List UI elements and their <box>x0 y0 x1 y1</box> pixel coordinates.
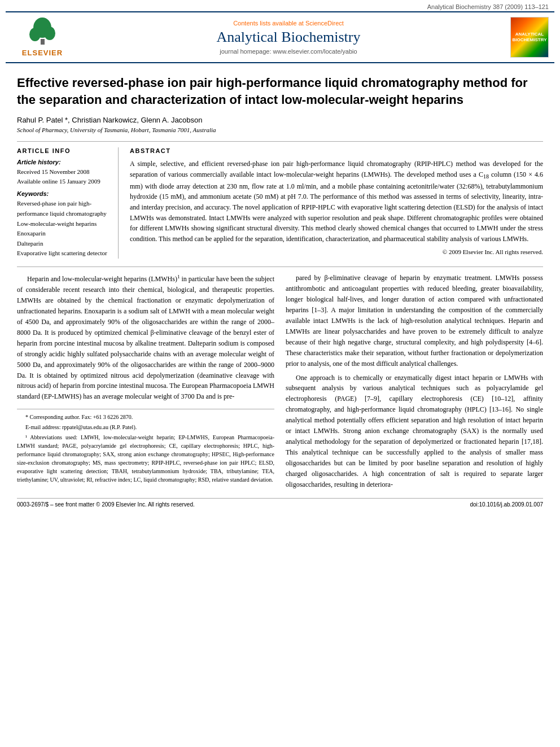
body-paragraph-3: One approach is to chemically or enzymat… <box>286 373 543 490</box>
journal-reference: Analytical Biochemistry 387 (2009) 113–1… <box>427 3 549 10</box>
footer-doi: doi:10.1016/j.ab.2009.01.007 <box>470 501 543 508</box>
article-info-label: ARTICLE INFO <box>17 147 110 154</box>
keyword-1: Reversed-phase ion pair high-performance… <box>17 199 110 219</box>
copyright-line: © 2009 Elsevier Inc. All rights reserved… <box>130 248 543 255</box>
svg-point-2 <box>29 28 41 41</box>
article-content: Effective reversed-phase ion pair high-p… <box>0 63 560 519</box>
abstract-column: ABSTRACT A simple, selective, and effici… <box>130 147 543 259</box>
keyword-4: Dalteparin <box>17 239 110 249</box>
body-column-2: pared by β-eliminative cleavage of hepar… <box>286 273 543 490</box>
elsevier-logo: ELSEVIER <box>11 18 73 57</box>
article-info-abstract-section: ARTICLE INFO Article history: Received 1… <box>17 147 543 259</box>
keyword-3: Enoxaparin <box>17 229 110 239</box>
abstract-label: ABSTRACT <box>130 147 543 154</box>
abstract-text: A simple, selective, and efficient rever… <box>130 159 543 244</box>
footnote-email: E-mail address: rppatel@utas.edu.au (R.P… <box>17 423 274 431</box>
elsevier-tree-icon <box>27 18 58 49</box>
cover-image: ANALYTICAL BIOCHEMISTRY <box>510 17 549 58</box>
received-date: Received 15 November 2008 Available onli… <box>17 167 110 186</box>
history-label: Article history: <box>17 159 110 165</box>
body-text-section: Heparin and low-molecular-weight heparin… <box>17 273 543 490</box>
footer-bar: 0003-2697/$ – see front matter © 2009 El… <box>17 498 543 508</box>
affiliation: School of Pharmacy, University of Tasman… <box>17 126 543 133</box>
body-column-1: Heparin and low-molecular-weight heparin… <box>17 273 274 490</box>
keyword-5: Evaporative light scattering detector <box>17 248 110 259</box>
divider-body <box>17 267 543 267</box>
svg-point-3 <box>44 27 55 40</box>
footnote-star: * Corresponding author. Fax: +61 3 6226 … <box>17 413 274 421</box>
article-title: Effective reversed-phase ion pair high-p… <box>17 75 543 108</box>
divider-top <box>17 141 543 142</box>
keywords-label: Keywords: <box>17 190 110 197</box>
body-paragraph-1: Heparin and low-molecular-weight heparin… <box>17 273 274 402</box>
article-info-column: ARTICLE INFO Article history: Received 1… <box>17 147 119 259</box>
journal-cover: ANALYTICAL BIOCHEMISTRY <box>504 17 549 58</box>
sciencedirect-link: Contents lists available at ScienceDirec… <box>73 20 504 27</box>
footnotes-area: * Corresponding author. Fax: +61 3 6226 … <box>17 409 274 484</box>
article-authors: Rahul P. Patel *, Christian Narkowicz, G… <box>17 116 543 124</box>
sciencedirect-name[interactable]: ScienceDirect <box>305 20 344 27</box>
journal-ref-bar: Analytical Biochemistry 387 (2009) 113–1… <box>0 0 560 11</box>
keywords-list: Reversed-phase ion pair high-performance… <box>17 199 110 259</box>
page-container: Analytical Biochemistry 387 (2009) 113–1… <box>0 0 560 747</box>
footnote-1: ¹ Abbreviations used: LMWH, low-molecula… <box>17 433 274 484</box>
journal-homepage: journal homepage: www.elsevier.com/locat… <box>73 48 504 55</box>
svg-rect-0 <box>41 39 45 45</box>
elsevier-label: ELSEVIER <box>22 49 63 57</box>
journal-title-main: Analytical Biochemistry <box>73 29 504 46</box>
journal-center-block: Contents lists available at ScienceDirec… <box>73 20 504 55</box>
journal-header: ELSEVIER Contents lists available at Sci… <box>6 11 554 63</box>
footer-left: 0003-2697/$ – see front matter © 2009 El… <box>17 501 195 508</box>
keyword-2: Low-molecular-weight heparins <box>17 219 110 229</box>
body-paragraph-2: pared by β-eliminative cleavage of hepar… <box>286 273 543 369</box>
